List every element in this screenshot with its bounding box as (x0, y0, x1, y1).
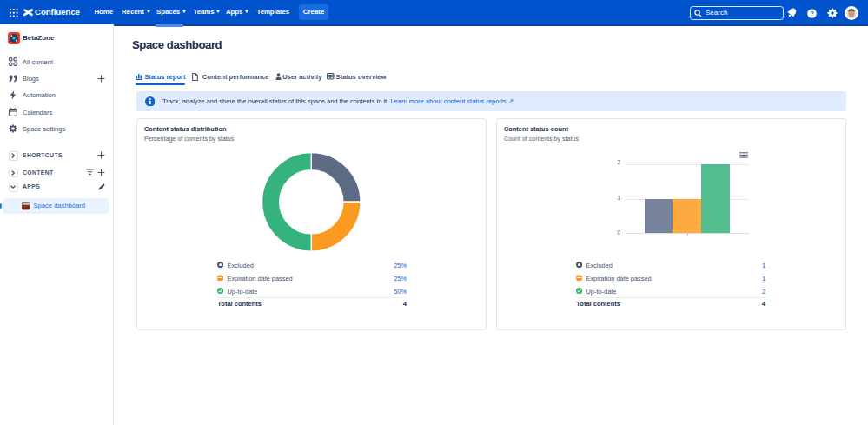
svg-text:?: ? (810, 10, 814, 17)
